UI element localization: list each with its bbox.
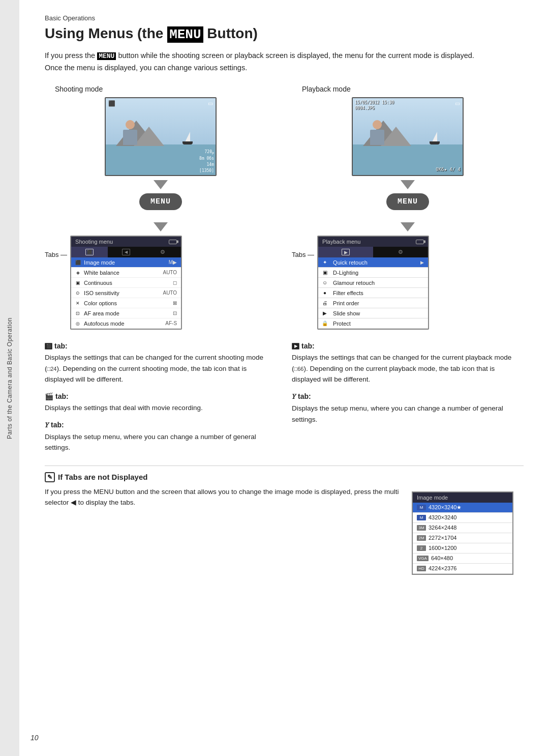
section-header: Basic Operations (45, 14, 524, 22)
film-tab-text: Displays the settings that deal with mov… (45, 402, 277, 414)
color-icon: ✕ (74, 300, 81, 306)
menu-tab-wrench[interactable]: ⚙ (144, 247, 181, 257)
pb-tab-wrench[interactable]: ⚙ (373, 247, 428, 257)
desc-play-tab: ▶ tab: Displays the settings that can be… (292, 342, 524, 385)
battery-icon (169, 240, 177, 244)
print-icon: 🖨 (321, 300, 328, 306)
img-mode-item-1[interactable]: M 4320×3240★ (413, 503, 512, 513)
continuous-icon: ▣ (74, 280, 81, 286)
quick-retouch-icon: ✦ (321, 259, 328, 266)
filter-icon: ● (321, 290, 328, 296)
pb-menu-tabs: ▶ ⚙ (318, 247, 428, 257)
tabs-label-play: Tabs — (292, 251, 314, 258)
menu-item-iso[interactable]: ⊙ ISO sensitivity AUTO (71, 288, 181, 298)
menu-item-af-area[interactable]: ⊡ AF area mode ⊡ (71, 308, 181, 318)
af-mode-icon: ◎ (74, 321, 81, 327)
playback-col: Playback mode 15/05/2012 15:30 0004.JPG (292, 85, 524, 330)
img-mode-badge-4: 2M (417, 535, 426, 541)
play-tab-text: Displays the settings that can be change… (292, 352, 524, 385)
wb-icon: ◈ (74, 270, 81, 276)
img-mode-item-7[interactable]: HD 4224×2376 (413, 564, 512, 574)
menu-tab-film[interactable]: ◀ (108, 247, 144, 257)
img-mode-badge-5: 2 (417, 545, 426, 551)
pb-item-protect[interactable]: 🔒 Protect (318, 318, 428, 329)
screens-row: Shooting mode ⬛ ▭ 720P 8 (45, 85, 524, 330)
img-mode-badge-3: 3M (417, 525, 426, 531)
camera-tab-text: Displays the settings that can be change… (45, 352, 277, 385)
pb-item-slideshow[interactable]: ▶ Slide show (318, 308, 428, 318)
pb-battery-icon (416, 240, 424, 244)
desc-right: ▶ tab: Displays the settings that can be… (292, 342, 524, 460)
img-mode-item-2[interactable]: M 4320×3240 (413, 513, 512, 523)
img-mode-badge-6: VGA (417, 556, 429, 561)
img-mode-item-4[interactable]: 2M 2272×1704 (413, 533, 512, 543)
menu-item-image-mode[interactable]: ⬛ Image mode M▶ (71, 257, 181, 268)
pb-tab-play[interactable]: ▶ (318, 247, 373, 257)
shooting-col: Shooting mode ⬛ ▭ 720P 8 (45, 85, 277, 330)
wrench-tab-label-right: tab: (298, 392, 311, 400)
pb-item-glamour[interactable]: ☺ Glamour retouch (318, 278, 428, 288)
tabs-label-shoot: Tabs — (45, 251, 67, 258)
camera-tab-label: tab: (54, 342, 68, 350)
protect-icon: 🔒 (321, 321, 328, 327)
pb-battery: ▭ (455, 100, 460, 107)
tabs-label-row-shoot: Tabs — Shooting menu ⬛ (45, 236, 277, 330)
desc-left: ⬛ tab: Displays the settings that can be… (45, 342, 277, 460)
img-mode-badge-2: M (417, 515, 426, 520)
playback-menu-screen: Playback menu ▶ ⚙ (317, 236, 429, 330)
menu-item-color[interactable]: ✕ Color options ⊠ (71, 298, 181, 308)
dlighting-icon: ▣ (321, 270, 328, 276)
camera-tab-icon: ⬛ (45, 343, 52, 350)
shooting-mode-label: Shooting mode (55, 85, 103, 93)
menu-item-af-mode[interactable]: ◎ Autofocus mode AF-S (71, 318, 181, 329)
note-box: ✎ If Tabs are not Displayed Image mode M… (45, 466, 524, 575)
playback-screen: 15/05/2012 15:30 0004.JPG ▭ 0K6★ 4/ 4 (352, 97, 464, 176)
sidebar: Parts of the Camera and Basic Operation (0, 0, 19, 756)
pb-info-header: 15/05/2012 15:30 0004.JPG (355, 100, 394, 111)
sidebar-label: Parts of the Camera and Basic Operation (6, 317, 13, 439)
img-mode-badge-7: HD (417, 566, 426, 571)
menu-button-play[interactable]: MENU (386, 193, 429, 210)
pb-item-filter[interactable]: ● Filter effects (318, 288, 428, 298)
iso-icon: ⊙ (74, 290, 81, 296)
film-tab-symbol: 🎬 (45, 392, 53, 400)
menu-header-shoot: Shooting menu (71, 237, 181, 247)
wrench-tab-text-left: Displays the setup menu, where you can c… (45, 431, 277, 453)
img-mode-item-3[interactable]: 3M 3264×2448 (413, 523, 512, 533)
playback-mode-label: Playback mode (302, 85, 351, 93)
description-rows: ⬛ tab: Displays the settings that can be… (45, 342, 524, 460)
play-tab-icon: ▶ (292, 343, 299, 350)
desc-wrench-tab-right: 𝑌 tab: Displays the setup menu, where yo… (292, 392, 524, 425)
film-tab-label: tab: (55, 392, 69, 400)
menu-tab-camera[interactable]: ⬛ (71, 247, 108, 257)
pb-info-br: 0K6★ 4/ 4 (436, 166, 461, 173)
desc-camera-tab: ⬛ tab: Displays the settings that can be… (45, 342, 277, 385)
pb-menu-items: ✦ Quick retouch ▶ ▣ D-Lighting (318, 257, 428, 329)
af-area-icon: ⊡ (74, 310, 81, 316)
wrench-tab-label-left: tab: (51, 421, 64, 429)
img-mode-item-5[interactable]: 2 1600×1200 (413, 543, 512, 554)
pb-item-quick-retouch[interactable]: ✦ Quick retouch ▶ (318, 257, 428, 268)
note-title: ✎ If Tabs are not Displayed (45, 472, 524, 482)
menu-item-white-balance[interactable]: ◈ White balance AUTO (71, 268, 181, 278)
page-title: Using Menus (the MENU Button) (45, 25, 524, 43)
pb-item-print[interactable]: 🖨 Print order (318, 298, 428, 308)
img-mode-header: Image mode (413, 492, 512, 503)
pb-item-dlighting[interactable]: ▣ D-Lighting (318, 268, 428, 278)
menu-item-continuous[interactable]: ▣ Continuous ◻ (71, 278, 181, 288)
wrench-tab-symbol-left: 𝑌 (45, 421, 49, 429)
cam-info-shoot: 720P 8m 06s 14m [1350] (199, 149, 214, 175)
page-number: 10 (30, 734, 39, 742)
image-mode-icon: ⬛ (74, 259, 81, 266)
cam-icon-tr: ▭ (208, 100, 213, 107)
shooting-screen: ⬛ ▭ 720P 8m 06s 14m [1350] (105, 97, 217, 176)
note-icon: ✎ (45, 472, 55, 482)
img-mode-item-6[interactable]: VGA 640×480 (413, 554, 512, 564)
menu-button-shoot[interactable]: MENU (139, 193, 182, 210)
pb-menu-header: Playback menu (318, 237, 428, 247)
shooting-menu-screen: Shooting menu ⬛ ◀ (70, 236, 182, 330)
desc-film-tab: 🎬 tab: Displays the settings that deal w… (45, 392, 277, 414)
desc-wrench-tab-left: 𝑌 tab: Displays the setup menu, where yo… (45, 421, 277, 453)
play-tab-label: tab: (301, 342, 315, 350)
cam-icon-tl: ⬛ (108, 100, 115, 107)
